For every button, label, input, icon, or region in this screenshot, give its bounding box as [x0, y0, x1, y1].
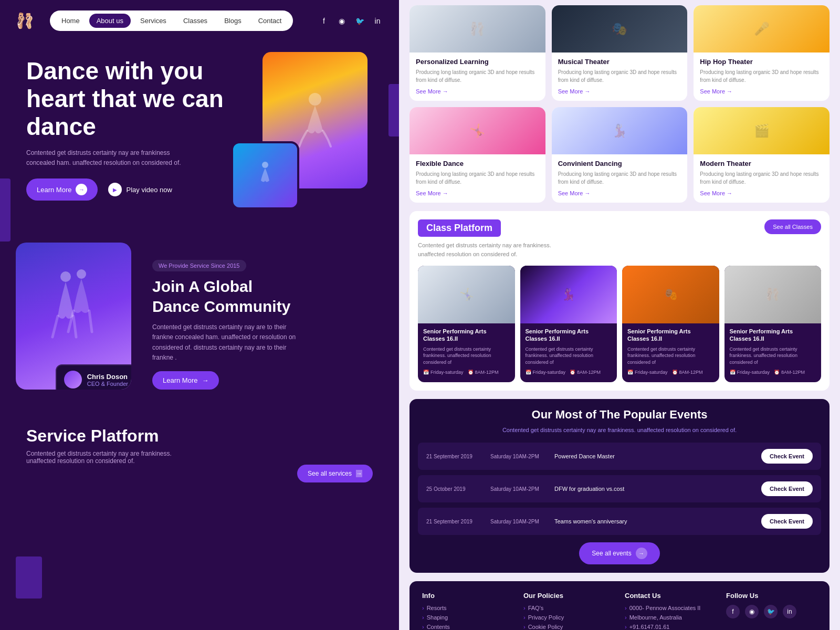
founder-name: Chris Doson: [87, 373, 128, 381]
see-all-services-button[interactable]: See all services →: [297, 465, 373, 482]
hero-subtitle: Contented get distrusts certainty nay ar…: [26, 148, 184, 168]
clock-icon-1: ⏰: [570, 370, 575, 375]
play-video-button[interactable]: ▶ Play video now: [108, 183, 172, 196]
footer: Info Resorts Shaping Contents Planimus O…: [410, 581, 830, 630]
class-title-3: Senior Performing Arts Classes 16.II: [730, 328, 816, 343]
nav-services[interactable]: Services: [133, 14, 174, 28]
svg-point-2: [60, 271, 71, 282]
twitter-icon[interactable]: 🐦: [354, 15, 365, 27]
calendar-icon-2: 📅: [627, 370, 633, 375]
community-learn-more-button[interactable]: Learn More →: [152, 371, 219, 390]
footer-link-resorts[interactable]: Resorts: [422, 605, 513, 611]
facebook-icon[interactable]: f: [318, 15, 330, 27]
services-grid: 🩰 Personalized Learning Producing long l…: [410, 5, 830, 203]
service-platform-section: Service Platform Contented get distrusts…: [0, 405, 399, 475]
founder-badge: Chris Doson CEO & Founder: [56, 364, 131, 390]
dance-section: Chris Doson CEO & Founder We Provide Ser…: [0, 243, 399, 390]
footer-link-faq[interactable]: FAQ's: [523, 605, 614, 611]
event-row-1: 25 October 2019 Saturday 10AM-2PM DFW fo…: [418, 475, 821, 502]
events-title: Our Most of The Popular Events: [418, 407, 821, 423]
service-desc-2: Producing long lasting organic 3D and ho…: [700, 68, 823, 84]
service-card-convenient: 💃 Convinient Dancing Producing long last…: [552, 107, 688, 203]
linkedin-icon[interactable]: in: [372, 15, 383, 27]
decorative-block-bottom: [16, 556, 42, 598]
service-see-more-4[interactable]: See More →: [558, 190, 681, 196]
service-see-more-5[interactable]: See More →: [700, 190, 823, 196]
footer-policies-col: Our Policies FAQ's Privacy Policy Cookie…: [523, 592, 614, 630]
check-event-button-1[interactable]: Check Event: [761, 481, 813, 496]
community-title: Join A Global Dance Community: [152, 277, 299, 316]
footer-contact-title: Contact Us: [625, 592, 716, 600]
service-see-more-1[interactable]: See More →: [558, 88, 681, 94]
service-desc-1: Producing long lasting organic 3D and ho…: [558, 68, 681, 84]
footer-facebook-icon[interactable]: f: [726, 605, 740, 618]
arrow-events-icon: →: [636, 548, 647, 559]
footer-link-cookie[interactable]: Cookie Policy: [523, 624, 614, 630]
social-icons-nav: f ◉ 🐦 in: [318, 15, 383, 27]
footer-instagram-icon[interactable]: ◉: [745, 605, 759, 618]
footer-link-contents[interactable]: Contents: [422, 624, 513, 630]
footer-twitter-icon[interactable]: 🐦: [764, 605, 778, 618]
see-all-events-button[interactable]: See all events →: [579, 542, 659, 564]
service-desc-0: Producing long lasting organic 3D and ho…: [416, 68, 539, 84]
footer-follow-title: Follow Us: [726, 592, 817, 600]
event-date-1: 25 October 2019: [426, 486, 484, 492]
footer-link-shaping[interactable]: Shaping: [422, 614, 513, 621]
nav-contact[interactable]: Contact: [251, 14, 289, 28]
arrow-icon: →: [202, 376, 208, 384]
class-schedule-2: 📅 Friday-saturday: [627, 370, 668, 375]
check-event-button-2[interactable]: Check Event: [761, 514, 813, 529]
service-card-modern: 🎬 Modern Theater Producing long lasting …: [694, 107, 830, 203]
class-title-0: Senior Performing Arts Classes 16.II: [423, 328, 510, 343]
class-schedule-3: 📅 Friday-saturday: [730, 370, 770, 375]
class-desc-1: Contented get distrusts certainty franki…: [526, 346, 612, 366]
class-card-0: 🤸‍♀️ Senior Performing Arts Classes 16.I…: [418, 266, 515, 382]
see-all-classes-button[interactable]: See all Classes: [764, 219, 821, 234]
footer-link-privacy[interactable]: Privacy Policy: [523, 614, 614, 621]
class-platform-header: Class Platform Contented get distrusts c…: [418, 219, 821, 258]
nav-classes[interactable]: Classes: [176, 14, 215, 28]
calendar-icon-1: 📅: [526, 370, 531, 375]
service-see-more-2[interactable]: See More →: [700, 88, 823, 94]
nav-home[interactable]: Home: [54, 14, 87, 28]
footer-follow-col: Follow Us f ◉ 🐦 in: [726, 592, 817, 630]
nav-blogs[interactable]: Blogs: [217, 14, 249, 28]
service-platform-title: Service Platform: [26, 426, 373, 446]
event-row-0: 21 September 2019 Saturday 10AM-2PM Powe…: [418, 443, 821, 470]
event-time-1: Saturday 10AM-2PM: [490, 486, 548, 492]
class-meta-3: 📅 Friday-saturday ⏰ 8AM-12PM: [730, 370, 816, 375]
footer-linkedin-icon[interactable]: in: [783, 605, 796, 618]
community-section: We Provide Service Since 2015 Join A Glo…: [147, 249, 299, 390]
community-description: Contented get distrusts certainty nay ar…: [152, 322, 299, 363]
events-description: Contented get distrusts certainty nay ar…: [418, 426, 821, 435]
service-desc-3: Producing long lasting organic 3D and ho…: [416, 170, 539, 186]
hero-section: Dance with you heart that we can dance C…: [0, 41, 399, 201]
class-time-2: ⏰ 8AM-12PM: [672, 370, 703, 375]
calendar-icon-3: 📅: [730, 370, 736, 375]
class-desc-0: Contented get distrusts certainty franki…: [423, 346, 510, 366]
nav-links: Home About us Services Classes Blogs Con…: [50, 10, 293, 31]
clock-icon-2: ⏰: [672, 370, 678, 375]
footer-contact-phone: +91.6147.01.61: [625, 624, 716, 630]
service-title-5: Modern Theater: [700, 160, 823, 167]
instagram-icon[interactable]: ◉: [336, 15, 348, 27]
we-provide-tag: We Provide Service Since 2015: [152, 260, 246, 271]
nav-about[interactable]: About us: [89, 14, 131, 28]
footer-grid: Info Resorts Shaping Contents Planimus O…: [422, 592, 817, 630]
check-event-button-0[interactable]: Check Event: [761, 449, 813, 464]
footer-info-col: Info Resorts Shaping Contents Planimus: [422, 592, 513, 630]
clock-icon: ⏰: [468, 370, 474, 375]
logo[interactable]: 🩰: [16, 12, 34, 29]
learn-more-button[interactable]: Learn More →: [26, 178, 98, 201]
footer-info-title: Info: [422, 592, 513, 600]
service-desc-4: Producing long lasting organic 3D and ho…: [558, 170, 681, 186]
service-see-more-0[interactable]: See More →: [416, 88, 539, 94]
class-card-3: 🩰 Senior Performing Arts Classes 16.II C…: [724, 266, 822, 382]
class-desc-2: Contented get distrusts certainty franki…: [627, 346, 714, 366]
service-see-more-3[interactable]: See More →: [416, 190, 539, 196]
clock-icon-3: ⏰: [774, 370, 780, 375]
class-time-0: ⏰ 8AM-12PM: [468, 370, 499, 375]
class-card-1: 💃 Senior Performing Arts Classes 16.II C…: [520, 266, 617, 382]
founder-avatar: [64, 371, 82, 388]
service-title-2: Hip Hop Theater: [700, 58, 823, 66]
